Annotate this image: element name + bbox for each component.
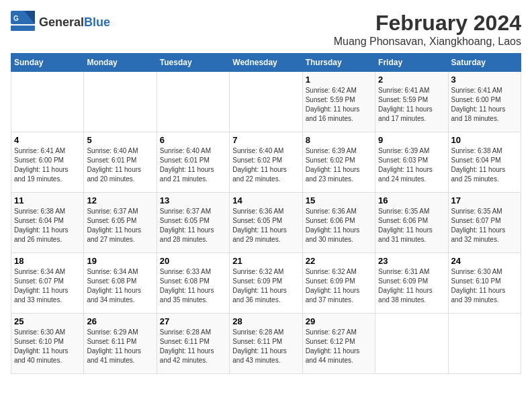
calendar-week-row: 18Sunrise: 6:34 AM Sunset: 6:07 PM Dayli… bbox=[11, 253, 521, 314]
day-info: Sunrise: 6:38 AM Sunset: 6:04 PM Dayligh… bbox=[14, 207, 81, 244]
logo-general: General bbox=[39, 15, 84, 29]
calendar-header-row: SundayMondayTuesdayWednesdayThursdayFrid… bbox=[11, 54, 521, 72]
logo-icon: G bbox=[11, 11, 35, 31]
logo: G GeneralBlue bbox=[11, 11, 110, 34]
day-info: Sunrise: 6:40 AM Sunset: 6:01 PM Dayligh… bbox=[160, 146, 226, 184]
day-number: 16 bbox=[378, 195, 445, 205]
day-info: Sunrise: 6:38 AM Sunset: 6:04 PM Dayligh… bbox=[451, 146, 518, 184]
day-info: Sunrise: 6:28 AM Sunset: 6:11 PM Dayligh… bbox=[160, 328, 226, 365]
calendar-cell: 18Sunrise: 6:34 AM Sunset: 6:07 PM Dayli… bbox=[11, 253, 84, 314]
calendar-cell: 11Sunrise: 6:38 AM Sunset: 6:04 PM Dayli… bbox=[11, 193, 84, 253]
calendar-cell bbox=[84, 72, 157, 132]
day-info: Sunrise: 6:34 AM Sunset: 6:07 PM Dayligh… bbox=[14, 267, 81, 305]
day-number: 1 bbox=[306, 75, 372, 85]
day-number: 5 bbox=[87, 135, 153, 145]
calendar-cell: 5Sunrise: 6:40 AM Sunset: 6:01 PM Daylig… bbox=[84, 132, 157, 193]
day-number: 14 bbox=[232, 195, 299, 205]
calendar-cell: 14Sunrise: 6:36 AM Sunset: 6:05 PM Dayli… bbox=[230, 193, 302, 253]
day-info: Sunrise: 6:37 AM Sunset: 6:05 PM Dayligh… bbox=[87, 207, 153, 244]
day-info: Sunrise: 6:39 AM Sunset: 6:02 PM Dayligh… bbox=[306, 146, 372, 184]
calendar-cell: 15Sunrise: 6:36 AM Sunset: 6:06 PM Dayli… bbox=[302, 193, 375, 253]
calendar-cell: 2Sunrise: 6:41 AM Sunset: 5:59 PM Daylig… bbox=[375, 72, 448, 132]
day-number: 6 bbox=[160, 135, 226, 145]
calendar-cell bbox=[375, 314, 448, 374]
day-number: 3 bbox=[451, 75, 518, 85]
calendar-cell: 24Sunrise: 6:30 AM Sunset: 6:10 PM Dayli… bbox=[448, 253, 521, 314]
calendar-cell: 23Sunrise: 6:31 AM Sunset: 6:09 PM Dayli… bbox=[375, 253, 448, 314]
day-info: Sunrise: 6:32 AM Sunset: 6:09 PM Dayligh… bbox=[232, 267, 299, 305]
day-info: Sunrise: 6:40 AM Sunset: 6:02 PM Dayligh… bbox=[232, 146, 299, 184]
header-sunday: Sunday bbox=[11, 54, 84, 72]
day-number: 28 bbox=[232, 316, 299, 326]
day-info: Sunrise: 6:27 AM Sunset: 6:12 PM Dayligh… bbox=[306, 328, 372, 365]
day-info: Sunrise: 6:37 AM Sunset: 6:05 PM Dayligh… bbox=[160, 207, 226, 244]
calendar-cell: 20Sunrise: 6:33 AM Sunset: 6:08 PM Dayli… bbox=[157, 253, 229, 314]
day-info: Sunrise: 6:33 AM Sunset: 6:08 PM Dayligh… bbox=[160, 267, 226, 305]
day-info: Sunrise: 6:36 AM Sunset: 6:06 PM Dayligh… bbox=[306, 207, 372, 244]
day-number: 27 bbox=[160, 316, 226, 326]
header: G GeneralBlue February 2024 Muang Phonsa… bbox=[11, 11, 521, 48]
day-info: Sunrise: 6:29 AM Sunset: 6:11 PM Dayligh… bbox=[87, 328, 153, 365]
calendar-table: SundayMondayTuesdayWednesdayThursdayFrid… bbox=[11, 53, 521, 374]
title-area: February 2024 Muang Phonsavan, Xiangkhoa… bbox=[334, 11, 521, 48]
header-friday: Friday bbox=[375, 54, 448, 72]
calendar-cell: 26Sunrise: 6:29 AM Sunset: 6:11 PM Dayli… bbox=[84, 314, 157, 374]
calendar-cell: 29Sunrise: 6:27 AM Sunset: 6:12 PM Dayli… bbox=[302, 314, 375, 374]
day-number: 13 bbox=[160, 195, 226, 205]
day-number: 23 bbox=[378, 256, 445, 266]
day-number: 20 bbox=[160, 256, 226, 266]
calendar-cell: 13Sunrise: 6:37 AM Sunset: 6:05 PM Dayli… bbox=[157, 193, 229, 253]
header-monday: Monday bbox=[84, 54, 157, 72]
day-info: Sunrise: 6:41 AM Sunset: 6:00 PM Dayligh… bbox=[14, 146, 81, 184]
day-number: 22 bbox=[306, 256, 372, 266]
day-number: 18 bbox=[14, 256, 81, 266]
day-number: 2 bbox=[378, 75, 445, 85]
calendar-cell: 6Sunrise: 6:40 AM Sunset: 6:01 PM Daylig… bbox=[157, 132, 229, 193]
day-info: Sunrise: 6:32 AM Sunset: 6:09 PM Dayligh… bbox=[306, 267, 372, 305]
logo-blue: Blue bbox=[84, 15, 110, 29]
day-number: 29 bbox=[306, 316, 372, 326]
day-number: 17 bbox=[451, 195, 518, 205]
calendar-cell bbox=[11, 72, 84, 132]
day-number: 8 bbox=[306, 135, 372, 145]
day-info: Sunrise: 6:30 AM Sunset: 6:10 PM Dayligh… bbox=[14, 328, 81, 365]
day-number: 19 bbox=[87, 256, 153, 266]
calendar-cell: 10Sunrise: 6:38 AM Sunset: 6:04 PM Dayli… bbox=[448, 132, 521, 193]
calendar-cell bbox=[157, 72, 229, 132]
day-info: Sunrise: 6:41 AM Sunset: 5:59 PM Dayligh… bbox=[378, 86, 445, 124]
day-info: Sunrise: 6:41 AM Sunset: 6:00 PM Dayligh… bbox=[451, 86, 518, 124]
day-info: Sunrise: 6:40 AM Sunset: 6:01 PM Dayligh… bbox=[87, 146, 153, 184]
calendar-cell: 1Sunrise: 6:42 AM Sunset: 5:59 PM Daylig… bbox=[302, 72, 375, 132]
day-number: 15 bbox=[306, 195, 372, 205]
day-number: 21 bbox=[232, 256, 299, 266]
day-info: Sunrise: 6:30 AM Sunset: 6:10 PM Dayligh… bbox=[451, 267, 518, 305]
day-number: 10 bbox=[451, 135, 518, 145]
day-number: 12 bbox=[87, 195, 153, 205]
calendar-cell: 21Sunrise: 6:32 AM Sunset: 6:09 PM Dayli… bbox=[230, 253, 302, 314]
calendar-cell: 19Sunrise: 6:34 AM Sunset: 6:08 PM Dayli… bbox=[84, 253, 157, 314]
day-number: 11 bbox=[14, 195, 81, 205]
calendar-week-row: 4Sunrise: 6:41 AM Sunset: 6:00 PM Daylig… bbox=[11, 132, 521, 193]
day-info: Sunrise: 6:35 AM Sunset: 6:07 PM Dayligh… bbox=[451, 207, 518, 244]
header-saturday: Saturday bbox=[448, 54, 521, 72]
svg-text:G: G bbox=[13, 15, 19, 22]
calendar-cell: 17Sunrise: 6:35 AM Sunset: 6:07 PM Dayli… bbox=[448, 193, 521, 253]
day-number: 4 bbox=[14, 135, 81, 145]
day-number: 26 bbox=[87, 316, 153, 326]
calendar-cell: 9Sunrise: 6:39 AM Sunset: 6:03 PM Daylig… bbox=[375, 132, 448, 193]
calendar-cell bbox=[448, 314, 521, 374]
day-info: Sunrise: 6:36 AM Sunset: 6:05 PM Dayligh… bbox=[232, 207, 299, 244]
calendar-cell: 8Sunrise: 6:39 AM Sunset: 6:02 PM Daylig… bbox=[302, 132, 375, 193]
day-info: Sunrise: 6:28 AM Sunset: 6:11 PM Dayligh… bbox=[232, 328, 299, 365]
day-info: Sunrise: 6:42 AM Sunset: 5:59 PM Dayligh… bbox=[306, 86, 372, 124]
day-info: Sunrise: 6:39 AM Sunset: 6:03 PM Dayligh… bbox=[378, 146, 445, 184]
calendar-week-row: 1Sunrise: 6:42 AM Sunset: 5:59 PM Daylig… bbox=[11, 72, 521, 132]
calendar-cell: 12Sunrise: 6:37 AM Sunset: 6:05 PM Dayli… bbox=[84, 193, 157, 253]
calendar-cell bbox=[230, 72, 302, 132]
calendar-cell: 27Sunrise: 6:28 AM Sunset: 6:11 PM Dayli… bbox=[157, 314, 229, 374]
header-wednesday: Wednesday bbox=[230, 54, 302, 72]
page-title: February 2024 bbox=[334, 11, 521, 36]
day-number: 25 bbox=[14, 316, 81, 326]
svg-rect-2 bbox=[11, 26, 35, 31]
calendar-cell: 28Sunrise: 6:28 AM Sunset: 6:11 PM Dayli… bbox=[230, 314, 302, 374]
